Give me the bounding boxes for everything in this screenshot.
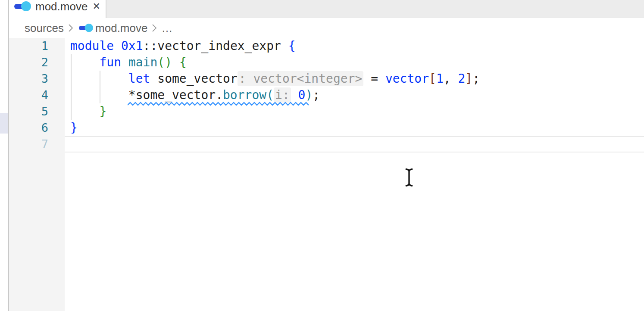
breadcrumb-item-symbol-ellipsis[interactable]: … bbox=[161, 22, 172, 35]
code-token: ) bbox=[305, 88, 313, 102]
line-number[interactable]: 5 bbox=[9, 103, 65, 120]
code-line[interactable]: let some_vector: vector<integer> = vecto… bbox=[70, 71, 644, 87]
code-token: ::vector_index_expr bbox=[143, 39, 288, 53]
line-number[interactable]: 1 bbox=[9, 38, 65, 54]
code-token: some_vector bbox=[157, 72, 237, 86]
code-token: ; bbox=[313, 88, 320, 102]
vscode-window: mod.move ✕ sources mod.move … 1234567 mo… bbox=[0, 0, 644, 311]
line-number[interactable]: 2 bbox=[9, 54, 65, 71]
code-token: () bbox=[157, 55, 172, 69]
code-token: ( bbox=[266, 88, 274, 102]
code-token: 1 bbox=[436, 72, 444, 86]
code-token: vector bbox=[385, 72, 429, 86]
inlay-hint: : vector<integer> bbox=[238, 71, 364, 86]
code-token: ] bbox=[465, 72, 472, 86]
code-line[interactable] bbox=[70, 136, 644, 152]
code-token: let bbox=[128, 72, 157, 86]
line-number[interactable]: 4 bbox=[9, 87, 65, 103]
code-line[interactable]: module 0x1::vector_index_expr { bbox=[70, 38, 644, 54]
info-squiggle-underline bbox=[128, 102, 310, 106]
tab-bar: mod.move ✕ bbox=[9, 0, 644, 18]
code-token bbox=[70, 104, 99, 118]
code-editor: 1234567 module 0x1::vector_index_expr { … bbox=[9, 38, 644, 311]
code-token bbox=[70, 72, 128, 86]
code-token: } bbox=[99, 104, 106, 118]
code-area[interactable]: module 0x1::vector_index_expr { fun main… bbox=[65, 38, 644, 311]
breadcrumb-item-sources[interactable]: sources bbox=[25, 22, 64, 35]
adjacent-pane-scroll-thumb[interactable] bbox=[0, 113, 8, 134]
code-token bbox=[70, 55, 99, 69]
breadcrumb: sources mod.move … bbox=[9, 18, 644, 38]
move-file-icon bbox=[14, 1, 31, 12]
line-number[interactable]: 7 bbox=[9, 136, 65, 152]
code-token: 2 bbox=[458, 72, 465, 86]
chevron-right-icon bbox=[151, 23, 157, 33]
code-token: *some_vector. bbox=[70, 88, 223, 102]
code-token: 0 bbox=[298, 88, 306, 102]
code-token: fun bbox=[99, 55, 128, 69]
line-number[interactable]: 6 bbox=[9, 120, 65, 136]
code-line[interactable]: *some_vector.borrow(i: 0); bbox=[70, 87, 644, 103]
code-line[interactable]: fun main() { bbox=[70, 54, 644, 71]
code-token bbox=[172, 55, 179, 69]
code-token: ; bbox=[472, 72, 480, 86]
editor-gutter: 1234567 bbox=[9, 38, 65, 311]
tab-label: mod.move bbox=[35, 0, 88, 13]
adjacent-pane-edge bbox=[0, 0, 8, 311]
inlay-hint: i: bbox=[274, 87, 291, 103]
breadcrumb-item-file[interactable]: mod.move bbox=[95, 22, 147, 35]
move-file-icon bbox=[79, 23, 93, 33]
tab-bar-empty-space bbox=[106, 0, 644, 18]
line-number[interactable]: 3 bbox=[9, 71, 65, 87]
code-token: } bbox=[70, 121, 78, 135]
code-token: { bbox=[288, 39, 296, 53]
code-token: main bbox=[128, 55, 157, 69]
code-line[interactable]: } bbox=[70, 120, 644, 136]
code-token: 0x1 bbox=[121, 39, 143, 53]
code-token: module bbox=[70, 39, 121, 53]
code-token: = bbox=[363, 72, 385, 86]
code-token: , bbox=[444, 72, 458, 86]
editor-group: mod.move ✕ sources mod.move … 1234567 mo… bbox=[9, 0, 644, 311]
close-icon[interactable]: ✕ bbox=[92, 1, 101, 12]
code-token bbox=[291, 88, 298, 102]
chevron-right-icon bbox=[68, 23, 74, 33]
code-token: { bbox=[179, 55, 187, 69]
code-token: [ bbox=[429, 72, 436, 86]
code-token: borrow bbox=[223, 88, 266, 102]
tab-mod-move[interactable]: mod.move ✕ bbox=[9, 0, 106, 18]
